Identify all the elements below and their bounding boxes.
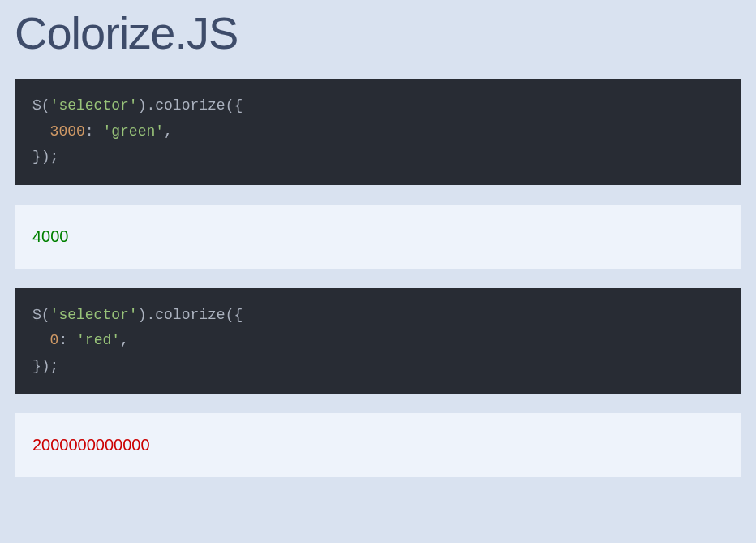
code-token: 3000 xyxy=(50,123,85,140)
code-token: 'green' xyxy=(102,123,164,140)
code-token: 'selector' xyxy=(50,307,138,323)
page-title: Colorize.JS xyxy=(15,6,741,59)
code-block-2: $('selector').colorize({ 0: 'red',}); xyxy=(15,288,741,394)
output-value: 2000000000000 xyxy=(32,436,150,454)
output-value: 4000 xyxy=(32,227,69,245)
code-token: , xyxy=(120,332,129,348)
code-token: 0 xyxy=(50,332,59,348)
code-token: colorize xyxy=(155,307,225,323)
output-block-2: 2000000000000 xyxy=(15,413,741,477)
code-token: ({ xyxy=(226,97,243,114)
code-token: 'red' xyxy=(76,332,120,348)
code-token: colorize xyxy=(155,97,225,114)
code-token: $( xyxy=(32,307,50,323)
code-token: ). xyxy=(138,307,156,323)
code-token: : xyxy=(85,123,103,140)
code-token: , xyxy=(164,123,173,140)
code-token xyxy=(32,332,50,348)
code-token: $( xyxy=(32,97,50,114)
output-block-1: 4000 xyxy=(15,205,741,269)
code-token: ). xyxy=(138,97,156,114)
code-block-1: $('selector').colorize({ 3000: 'green',}… xyxy=(15,79,741,185)
code-token: }); xyxy=(32,358,58,374)
code-token xyxy=(32,123,50,140)
code-token: ({ xyxy=(226,307,243,323)
code-token: 'selector' xyxy=(50,97,138,114)
code-token: }); xyxy=(32,149,58,165)
code-token: : xyxy=(58,332,76,348)
